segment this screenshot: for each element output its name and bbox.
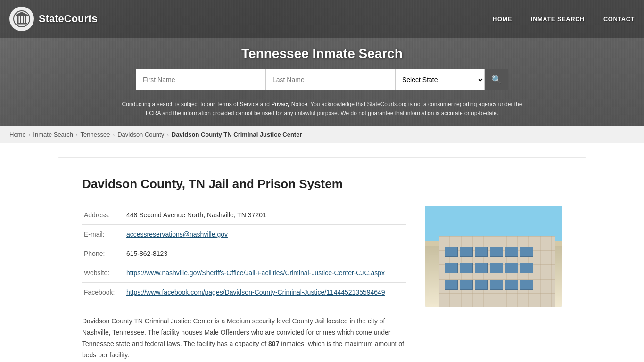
website-row: Website: https://www.nashville.gov/Sheri…	[82, 263, 406, 283]
nav-links: HOME INMATE SEARCH CONTACT	[493, 13, 635, 25]
window	[475, 263, 488, 273]
breadcrumb-current: Davidson County TN Criminal Justice Cent…	[172, 131, 302, 138]
breadcrumb-inmate-search[interactable]: Inmate Search	[33, 131, 73, 138]
search-button[interactable]: 🔍	[485, 69, 508, 90]
window	[505, 280, 518, 290]
window	[445, 247, 458, 257]
main-content: Davidson County, TN Jail and Prison Syst…	[39, 143, 605, 362]
privacy-link[interactable]: Privacy Notice	[271, 101, 307, 107]
website-label: Website:	[82, 263, 124, 283]
window	[460, 263, 473, 273]
content-area: Address: 448 Second Avenue North, Nashvi…	[82, 206, 562, 361]
svg-rect-6	[25, 16, 27, 23]
breadcrumb-sep-2: ›	[76, 132, 78, 138]
window	[460, 247, 473, 257]
svg-rect-3	[17, 16, 19, 23]
last-name-input[interactable]	[265, 69, 395, 90]
search-section: Tennessee Inmate Search Select State Ala…	[0, 38, 644, 126]
breadcrumb-davidson-county[interactable]: Davidson County	[117, 131, 164, 138]
disclaimer-text: Conducting a search is subject to our Te…	[110, 96, 534, 122]
windows-row-1	[445, 247, 549, 257]
logo-icon	[9, 7, 34, 31]
breadcrumb-sep-3: ›	[113, 132, 115, 138]
address-value: 448 Second Avenue North, Nashville, TN 3…	[124, 206, 406, 225]
address-label: Address:	[82, 206, 124, 225]
facility-title: Davidson County, TN Jail and Prison Syst…	[82, 177, 562, 191]
phone-value: 615-862-8123	[124, 244, 406, 263]
svg-rect-1	[17, 23, 27, 25]
content-card: Davidson County, TN Jail and Prison Syst…	[58, 157, 586, 362]
facebook-row: Facebook: https://www.facebook.com/pages…	[82, 283, 406, 302]
facebook-link[interactable]: https://www.facebook.com/pages/Davidson-…	[126, 288, 385, 296]
email-label: E-mail:	[82, 225, 124, 244]
facebook-value: https://www.facebook.com/pages/Davidson-…	[124, 283, 406, 302]
windows-row-3	[445, 280, 549, 290]
svg-rect-2	[16, 15, 28, 16]
building-facade	[439, 236, 555, 307]
facility-image	[425, 206, 562, 307]
nav-inmate-search[interactable]: INMATE SEARCH	[531, 13, 585, 25]
window	[520, 280, 533, 290]
email-value: accessreservations@nashville.gov	[124, 225, 406, 244]
address-row: Address: 448 Second Avenue North, Nashvi…	[82, 206, 406, 225]
windows-row-2	[445, 263, 549, 273]
email-link[interactable]: accessreservations@nashville.gov	[126, 230, 228, 238]
page-header: StateCourts HOME INMATE SEARCH CONTACT T…	[0, 0, 644, 126]
website-link[interactable]: https://www.nashville.gov/Sheriffs-Offic…	[126, 269, 385, 277]
navbar: StateCourts HOME INMATE SEARCH CONTACT	[0, 0, 644, 38]
phone-label: Phone:	[82, 244, 124, 263]
window	[460, 280, 473, 290]
breadcrumb-sep-1: ›	[29, 132, 31, 138]
phone-row: Phone: 615-862-8123	[82, 244, 406, 263]
window	[505, 247, 518, 257]
first-name-input[interactable]	[136, 69, 265, 90]
window	[490, 263, 503, 273]
nav-contact[interactable]: CONTACT	[603, 13, 635, 25]
window	[475, 280, 488, 290]
svg-rect-5	[23, 16, 24, 23]
window	[505, 263, 518, 273]
facility-info-table: Address: 448 Second Avenue North, Nashvi…	[82, 206, 406, 302]
terms-link[interactable]: Terms of Service	[216, 101, 258, 107]
state-select[interactable]: Select State Alabama Alaska Arizona Tenn…	[395, 69, 485, 90]
window	[490, 247, 503, 257]
nav-home[interactable]: HOME	[493, 13, 512, 25]
facility-description: Davidson County TN Criminal Justice Cent…	[82, 316, 406, 361]
website-value: https://www.nashville.gov/Sheriffs-Offic…	[124, 263, 406, 283]
window	[445, 280, 458, 290]
email-row: E-mail: accessreservations@nashville.gov	[82, 225, 406, 244]
facebook-label: Facebook:	[82, 283, 124, 302]
window	[490, 280, 503, 290]
window	[520, 247, 533, 257]
logo-text: StateCourts	[39, 13, 98, 25]
window	[475, 247, 488, 257]
info-section: Address: 448 Second Avenue North, Nashvi…	[82, 206, 406, 361]
window	[445, 263, 458, 273]
breadcrumb: Home › Inmate Search › Tennessee › David…	[0, 126, 644, 143]
courthouse-icon	[13, 10, 31, 28]
site-logo[interactable]: StateCourts	[9, 7, 98, 31]
breadcrumb-sep-4: ›	[167, 132, 169, 138]
breadcrumb-tennessee[interactable]: Tennessee	[81, 131, 110, 138]
window	[520, 263, 533, 273]
breadcrumb-home[interactable]: Home	[9, 131, 26, 138]
search-icon: 🔍	[491, 74, 502, 85]
page-title: Tennessee Inmate Search	[9, 46, 635, 61]
capacity-value: 807	[268, 340, 279, 347]
svg-rect-4	[20, 16, 22, 23]
search-bar: Select State Alabama Alaska Arizona Tenn…	[136, 69, 508, 90]
